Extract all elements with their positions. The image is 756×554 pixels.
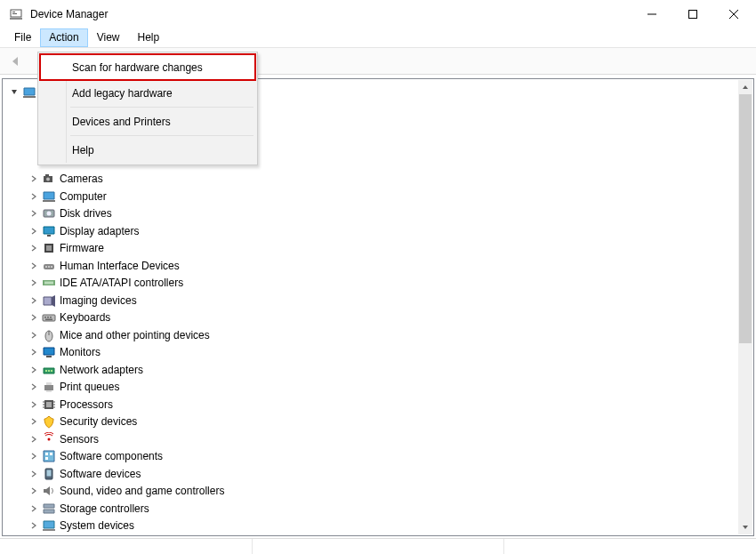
tree-node-label: Sensors	[60, 433, 99, 446]
chevron-right-icon[interactable]	[28, 381, 40, 393]
tree-node[interactable]: Storage controllers	[3, 500, 753, 518]
scroll-up-button[interactable]	[738, 80, 752, 94]
tree-node[interactable]: Human Interface Devices	[3, 257, 753, 275]
chevron-right-icon[interactable]	[28, 519, 40, 532]
chevron-right-icon[interactable]	[28, 242, 40, 254]
status-cell	[504, 539, 756, 554]
menu-item-label: Scan for hardware changes	[72, 61, 203, 74]
menu-view[interactable]: View	[88, 28, 129, 47]
svg-rect-69	[44, 521, 54, 528]
svg-point-60	[48, 438, 51, 440]
tree-node-label: Imaging devices	[60, 294, 137, 307]
tree-node[interactable]: Computer	[3, 188, 753, 205]
chevron-right-icon[interactable]	[28, 398, 40, 411]
chevron-right-icon[interactable]	[28, 329, 40, 341]
ide-icon	[42, 276, 56, 290]
chevron-right-icon[interactable]	[28, 173, 40, 185]
chevron-right-icon[interactable]	[28, 277, 40, 289]
menu-help[interactable]: Help	[129, 28, 169, 47]
menu-file[interactable]: File	[5, 28, 40, 47]
minimize-button[interactable]	[631, 2, 672, 27]
chevron-right-icon[interactable]	[28, 311, 40, 324]
chevron-right-icon[interactable]	[28, 433, 40, 446]
menubar: File Action View Help	[0, 28, 756, 48]
chevron-right-icon[interactable]	[28, 294, 40, 307]
tree-node[interactable]: Cameras	[3, 171, 753, 189]
security-icon	[42, 414, 56, 429]
menu-item-label: Help	[72, 144, 94, 157]
tree-node-label: Cameras	[60, 173, 103, 185]
mouse-icon	[42, 328, 56, 342]
svg-point-46	[45, 370, 47, 372]
tree-node[interactable]: Universal Serial Bus controllers	[3, 534, 753, 535]
chevron-right-icon[interactable]	[28, 346, 40, 358]
svg-rect-5	[689, 11, 697, 19]
tree-node[interactable]: Imaging devices	[3, 292, 753, 309]
chevron-right-icon[interactable]	[28, 260, 40, 272]
svg-rect-62	[45, 453, 48, 455]
svg-point-30	[45, 266, 47, 268]
svg-rect-3	[10, 18, 22, 20]
svg-point-31	[48, 266, 50, 268]
computer-icon	[42, 189, 56, 204]
svg-point-24	[47, 212, 52, 216]
sound-icon	[42, 484, 56, 498]
menu-scan-hardware[interactable]: Scan for hardware changes	[40, 54, 255, 80]
chevron-right-icon[interactable]	[28, 207, 40, 220]
svg-rect-22	[43, 200, 55, 202]
tree-node[interactable]: Sound, video and game controllers	[3, 483, 753, 501]
tree-node[interactable]: Disk drives	[3, 205, 753, 223]
chevron-right-icon[interactable]	[28, 502, 40, 515]
tree-node-label: System devices	[60, 519, 134, 532]
network-icon	[42, 363, 56, 377]
maximize-button[interactable]	[672, 2, 713, 27]
window-buttons	[631, 2, 754, 27]
tree-node[interactable]: Sensors	[3, 430, 753, 448]
svg-rect-2	[12, 13, 17, 14]
tree-node[interactable]: Network adapters	[3, 361, 753, 379]
tree-node-label: Computer	[60, 190, 107, 203]
tree-node[interactable]: Security devices	[3, 413, 753, 431]
tree-node-label: IDE ATA/ATAPI controllers	[60, 277, 183, 289]
chevron-right-icon[interactable]	[28, 468, 40, 480]
chevron-right-icon[interactable]	[28, 485, 40, 497]
window-title: Device Manager	[30, 8, 631, 20]
tree-node[interactable]: Mice and other pointing devices	[3, 326, 753, 344]
svg-rect-49	[44, 385, 53, 390]
printer-icon	[42, 380, 56, 394]
close-button[interactable]	[713, 2, 754, 27]
menu-devices-printers[interactable]: Devices and Printers	[40, 108, 255, 134]
chevron-right-icon[interactable]	[28, 364, 40, 376]
svg-rect-37	[44, 317, 46, 318]
vertical-scrollbar[interactable]	[738, 80, 752, 534]
tree-node[interactable]: Display adapters	[3, 222, 753, 240]
chevron-right-icon[interactable]	[28, 190, 40, 203]
tree-node[interactable]: IDE ATA/ATAPI controllers	[3, 275, 753, 293]
menu-help-item[interactable]: Help	[40, 137, 255, 163]
chevron-right-icon[interactable]	[28, 225, 40, 237]
tree-node[interactable]: Software devices	[3, 465, 753, 483]
chevron-right-icon[interactable]	[28, 450, 40, 462]
menu-add-legacy[interactable]: Add legacy hardware	[40, 80, 255, 106]
tree-node[interactable]: System devices	[3, 518, 753, 535]
tree-node-label: Storage controllers	[60, 502, 149, 515]
tree-node[interactable]: Software components	[3, 448, 753, 466]
svg-rect-21	[44, 192, 54, 199]
svg-rect-67	[44, 504, 54, 508]
menu-action[interactable]: Action	[40, 28, 87, 47]
tree-node[interactable]: Keyboards	[3, 309, 753, 327]
tree-node[interactable]: Processors	[3, 396, 753, 413]
back-button[interactable]	[5, 51, 27, 72]
chevron-right-icon[interactable]	[28, 415, 40, 428]
tree-node[interactable]: Monitors	[3, 344, 753, 362]
svg-rect-35	[44, 297, 52, 305]
status-cell	[0, 539, 253, 554]
sensor-icon	[42, 432, 56, 446]
tree-node[interactable]: Firmware	[3, 240, 753, 258]
scroll-down-button[interactable]	[738, 520, 752, 534]
chevron-down-icon[interactable]	[8, 86, 20, 99]
app-icon	[9, 7, 23, 21]
svg-rect-1	[12, 12, 15, 12]
scroll-thumb[interactable]	[739, 94, 752, 343]
tree-node[interactable]: Print queues	[3, 379, 753, 397]
